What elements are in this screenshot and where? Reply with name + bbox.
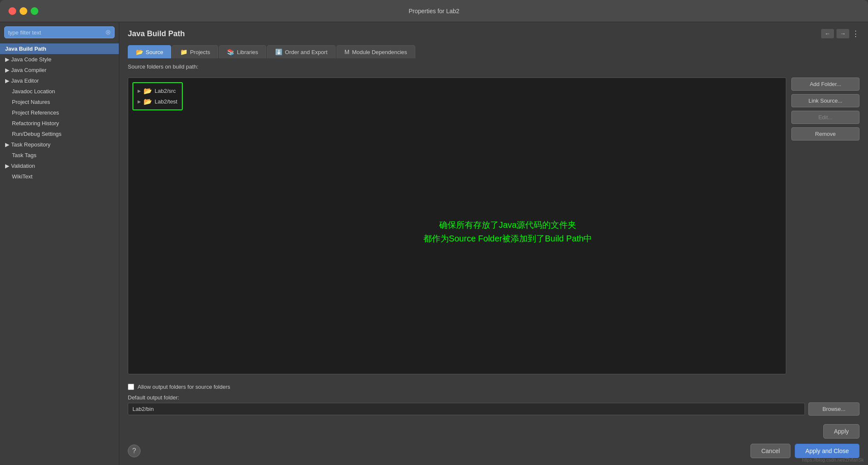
sidebar-item-validation[interactable]: ▶ Validation bbox=[0, 161, 119, 171]
search-box[interactable]: ⊗ bbox=[4, 26, 115, 38]
footer: ? Cancel Apply and Close bbox=[128, 439, 859, 458]
panel-header: Java Build Path ← → ⋮ bbox=[128, 29, 859, 38]
sidebar-label: Javadoc Location bbox=[12, 88, 55, 95]
sidebar-item-java-compiler[interactable]: ▶ Java Compiler bbox=[0, 65, 119, 75]
source-entries: ▶ 📂 Lab2/src ▶ 📂 Lab2/test bbox=[132, 82, 183, 110]
sidebar-item-project-references[interactable]: Project References bbox=[0, 107, 119, 118]
tab-source[interactable]: 📂 Source bbox=[128, 45, 171, 58]
tree-arrow-icon: ▶ bbox=[138, 99, 141, 104]
folder-src-icon: 📂 bbox=[144, 87, 152, 95]
sidebar-label: Java Compiler bbox=[11, 67, 46, 73]
allow-output-row: Allow output folders for source folders bbox=[128, 384, 859, 390]
apply-button[interactable]: Apply bbox=[823, 424, 859, 439]
folder-test-icon: 📂 bbox=[144, 98, 152, 106]
sidebar-item-java-code-style[interactable]: ▶ Java Code Style bbox=[0, 54, 119, 65]
sidebar-items: Java Build Path ▶ Java Code Style ▶ Java… bbox=[0, 42, 119, 184]
bottom-options: Allow output folders for source folders … bbox=[128, 384, 859, 416]
tab-projects[interactable]: 📁 Projects bbox=[172, 45, 218, 58]
expand-arrow-icon: ▶ bbox=[5, 56, 9, 63]
nav-forward-button[interactable]: → bbox=[836, 29, 849, 38]
sidebar-item-refactoring-history[interactable]: Refactoring History bbox=[0, 118, 119, 129]
sidebar-item-wikitext[interactable]: WikiText bbox=[0, 171, 119, 182]
sidebar-label: WikiText bbox=[12, 173, 32, 180]
sidebar-item-java-build-path[interactable]: Java Build Path bbox=[0, 43, 119, 54]
watermark: https://blog.csdn.net/ZhifanSk bbox=[802, 457, 864, 462]
apply-floating: Apply bbox=[128, 424, 859, 439]
output-folder-row: Browse... bbox=[128, 402, 859, 416]
properties-window: Properties for Lab2 ⊗ Java Build Path ▶ … bbox=[0, 0, 868, 465]
annotation-line1: 确保所有存放了Java源代码的文件夹 bbox=[423, 218, 592, 231]
add-folder-button[interactable]: Add Folder... bbox=[791, 78, 859, 91]
sidebar-label: Java Code Style bbox=[11, 56, 52, 63]
footer-right: Cancel Apply and Close bbox=[750, 444, 859, 458]
expand-arrow-icon: ▶ bbox=[5, 67, 9, 73]
cancel-button[interactable]: Cancel bbox=[750, 444, 790, 458]
tab-libraries[interactable]: 📚 Libraries bbox=[219, 45, 266, 58]
nav-more-button[interactable]: ⋮ bbox=[852, 29, 859, 38]
panel-title: Java Build Path bbox=[128, 29, 185, 38]
panel-nav: ← → ⋮ bbox=[821, 29, 859, 38]
order-tab-icon: ⬇️ bbox=[275, 49, 282, 55]
annotation-line2: 都作为Source Folder被添加到了Build Path中 bbox=[423, 231, 592, 245]
allow-output-label: Allow output folders for source folders bbox=[138, 384, 230, 390]
expand-arrow-icon: ▶ bbox=[5, 163, 9, 169]
minimize-button[interactable] bbox=[20, 7, 27, 15]
tab-module-label: Module Dependencies bbox=[352, 49, 407, 55]
tree-arrow-icon: ▶ bbox=[138, 89, 141, 93]
content-area: Source folders on build path: ▶ 📂 Lab2/s… bbox=[128, 63, 859, 439]
sidebar-item-javadoc-location[interactable]: Javadoc Location bbox=[0, 86, 119, 97]
source-tab-icon: 📂 bbox=[136, 49, 143, 55]
right-panel: Java Build Path ← → ⋮ 📂 Source 📁 Project… bbox=[119, 22, 868, 465]
tree-item-test-label: Lab2/test bbox=[155, 98, 178, 105]
nav-back-button[interactable]: ← bbox=[821, 29, 834, 38]
allow-output-checkbox[interactable] bbox=[128, 384, 134, 390]
window-title: Properties for Lab2 bbox=[408, 8, 459, 14]
module-tab-icon: M bbox=[345, 49, 350, 55]
search-clear-icon[interactable]: ⊗ bbox=[105, 29, 111, 36]
sidebar: ⊗ Java Build Path ▶ Java Code Style ▶ Ja… bbox=[0, 22, 119, 465]
tab-order-label: Order and Export bbox=[285, 49, 328, 55]
source-folder-label: Source folders on build path: bbox=[128, 63, 859, 70]
apply-close-button[interactable]: Apply and Close bbox=[795, 444, 859, 458]
annotation-text: 确保所有存放了Java源代码的文件夹 都作为Source Folder被添加到了… bbox=[423, 218, 592, 245]
sidebar-label: Refactoring History bbox=[12, 120, 59, 126]
libraries-tab-icon: 📚 bbox=[227, 49, 234, 55]
output-folder-section: Default output folder: Browse... bbox=[128, 394, 859, 416]
output-folder-label: Default output folder: bbox=[128, 394, 859, 401]
tree-item-src-label: Lab2/src bbox=[155, 88, 176, 94]
sidebar-label: Task Tags bbox=[12, 152, 37, 158]
help-button[interactable]: ? bbox=[128, 445, 141, 457]
sidebar-item-project-natures[interactable]: Project Natures bbox=[0, 97, 119, 107]
sidebar-item-task-tags[interactable]: Task Tags bbox=[0, 150, 119, 161]
main-content: ⊗ Java Build Path ▶ Java Code Style ▶ Ja… bbox=[0, 22, 868, 465]
tree-item-test[interactable]: ▶ 📂 Lab2/test bbox=[138, 96, 178, 107]
sidebar-item-run-debug-settings[interactable]: Run/Debug Settings bbox=[0, 129, 119, 139]
source-tree: ▶ 📂 Lab2/src ▶ 📂 Lab2/test 确保所有存放 bbox=[128, 78, 786, 374]
close-button[interactable] bbox=[9, 7, 16, 15]
sidebar-item-task-repository[interactable]: ▶ Task Repository bbox=[0, 139, 119, 150]
browse-button[interactable]: Browse... bbox=[808, 402, 859, 416]
tab-order-export[interactable]: ⬇️ Order and Export bbox=[267, 45, 336, 58]
sidebar-label: Validation bbox=[11, 163, 35, 169]
output-folder-input[interactable] bbox=[128, 403, 805, 415]
tree-item-src[interactable]: ▶ 📂 Lab2/src bbox=[138, 86, 178, 96]
titlebar: Properties for Lab2 bbox=[0, 0, 868, 22]
remove-button[interactable]: Remove bbox=[791, 127, 859, 141]
source-panel: ▶ 📂 Lab2/src ▶ 📂 Lab2/test 确保所有存放 bbox=[128, 78, 859, 374]
source-action-buttons: Add Folder... Link Source... Edit... Rem… bbox=[791, 78, 859, 374]
sidebar-label: Task Repository bbox=[11, 141, 50, 148]
sidebar-label: Project References bbox=[12, 109, 59, 116]
expand-arrow-icon: ▶ bbox=[5, 141, 9, 148]
search-input[interactable] bbox=[8, 29, 105, 36]
tab-module-dependencies[interactable]: M Module Dependencies bbox=[336, 45, 415, 58]
sidebar-label: Java Editor bbox=[11, 78, 39, 84]
link-source-button[interactable]: Link Source... bbox=[791, 94, 859, 107]
sidebar-label: Java Build Path bbox=[5, 46, 46, 52]
sidebar-label: Run/Debug Settings bbox=[12, 131, 61, 137]
tab-projects-label: Projects bbox=[190, 49, 210, 55]
tab-bar: 📂 Source 📁 Projects 📚 Libraries ⬇️ Order… bbox=[128, 45, 859, 58]
edit-button[interactable]: Edit... bbox=[791, 111, 859, 124]
tab-source-label: Source bbox=[146, 49, 163, 55]
maximize-button[interactable] bbox=[31, 7, 38, 15]
sidebar-item-java-editor[interactable]: ▶ Java Editor bbox=[0, 75, 119, 86]
